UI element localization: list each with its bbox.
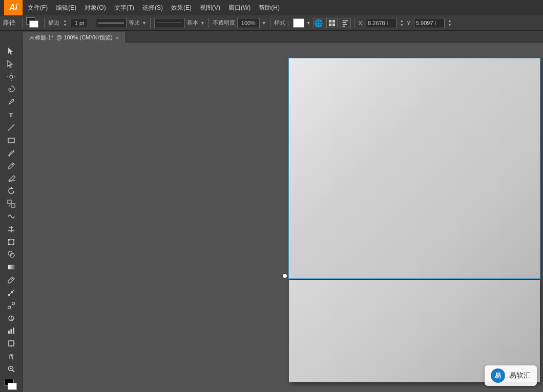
globe-icon-btn[interactable]: 🌐 (313, 18, 324, 28)
svg-rect-23 (8, 200, 11, 204)
svg-rect-48 (8, 331, 10, 334)
tool-pen[interactable] (2, 96, 20, 108)
svg-rect-1 (332, 19, 335, 22)
menu-object[interactable]: 对象(O) (80, 0, 110, 15)
style-label: 样式： (274, 19, 291, 27)
svg-point-43 (12, 302, 14, 304)
fill-stroke-swatches[interactable] (5, 379, 18, 392)
stroke-line-preview[interactable] (96, 18, 127, 28)
svg-marker-8 (8, 48, 13, 55)
svg-line-20 (12, 164, 13, 165)
tool-eraser[interactable] (2, 172, 20, 184)
tool-select[interactable] (2, 45, 20, 57)
tool-symbol[interactable] (2, 312, 20, 324)
ratio-arrow: ▼ (142, 20, 147, 26)
sep6 (270, 18, 270, 28)
sep1 (22, 18, 23, 28)
menu-help[interactable]: 帮助(H) (255, 0, 284, 15)
canvas-area[interactable]: 易 易软汇 (23, 43, 543, 392)
main-area: T (0, 43, 543, 392)
tab-bar: 未标题-1* @ 100% (CMYK/预览) × (0, 31, 543, 43)
tool-rect[interactable] (2, 134, 20, 146)
watermark-icon: 易 (491, 368, 505, 383)
menu-type[interactable]: 文字(T) (110, 0, 138, 15)
svg-rect-30 (8, 239, 10, 241)
tool-lasso[interactable] (2, 83, 20, 96)
svg-rect-18 (8, 138, 14, 143)
tool-direct-select[interactable] (2, 58, 20, 70)
tool-measure[interactable] (2, 287, 20, 299)
tool-type[interactable]: T (2, 108, 20, 121)
menu-view[interactable]: 视图(V) (196, 0, 224, 15)
svg-line-25 (8, 204, 11, 207)
x-spinner[interactable]: ▲ ▼ (399, 18, 405, 28)
x-coord-input[interactable] (366, 18, 396, 28)
sep7 (354, 18, 355, 28)
align-icon-btn[interactable] (340, 18, 351, 28)
svg-point-47 (12, 319, 13, 320)
base-line-preview[interactable] (154, 18, 185, 28)
svg-line-17 (8, 124, 14, 130)
stroke-swatch-group[interactable] (26, 17, 40, 29)
svg-rect-0 (329, 19, 331, 22)
stroke-width-input[interactable] (71, 18, 88, 28)
color-swatches-group (5, 379, 18, 392)
tab-detail: @ 100% (CMYK/预览) (56, 34, 113, 41)
menu-select[interactable]: 选择(S) (138, 0, 167, 15)
control-toolbar: 路径 描边 ▲ ▼ 等比 ▼ 基本 ▼ 不透明度 ▼ 样式： ▼ 🌐 X: ▲ … (0, 15, 543, 31)
watermark-text: 易软汇 (509, 371, 531, 380)
ai-logo: Ai (4, 0, 23, 15)
tool-scale[interactable] (2, 198, 20, 210)
tool-line[interactable] (2, 121, 20, 134)
tool-artboard[interactable] (2, 337, 20, 350)
tool-paintbrush[interactable] (2, 147, 20, 159)
document-tab[interactable]: 未标题-1* @ 100% (CMYK/预览) × (24, 32, 124, 43)
menu-edit[interactable]: 编辑(E) (52, 0, 80, 15)
svg-point-14 (10, 75, 13, 78)
tool-pencil[interactable] (2, 160, 20, 172)
grid-icon-btn[interactable] (326, 18, 338, 28)
svg-rect-32 (8, 244, 10, 245)
anchor-point (282, 273, 287, 278)
stroke-spinner[interactable]: ▲ ▼ (61, 18, 69, 28)
tool-zoom[interactable] (2, 363, 20, 375)
x-label: X: (359, 20, 364, 26)
y-coord-input[interactable] (414, 18, 445, 28)
menu-file[interactable]: 文件(F) (24, 0, 52, 15)
tool-magic-wand[interactable] (2, 71, 20, 83)
menu-window[interactable]: 窗口(W) (224, 0, 255, 15)
svg-text:T: T (9, 111, 13, 119)
y-spinner[interactable]: ▲ ▼ (447, 18, 453, 28)
svg-line-44 (10, 304, 12, 307)
svg-rect-7 (342, 26, 345, 27)
tool-shape-builder[interactable] (2, 249, 20, 261)
style-swatch[interactable] (293, 18, 304, 28)
stroke-color-swatch (8, 383, 17, 390)
tool-width[interactable] (2, 223, 20, 235)
tools-panel: T (0, 43, 23, 392)
tool-eyedropper[interactable] (2, 274, 20, 286)
tool-hand[interactable] (2, 350, 20, 362)
tool-rotate[interactable] (2, 185, 20, 197)
tool-blend[interactable] (2, 299, 20, 312)
y-label: Y: (407, 20, 412, 26)
svg-marker-22 (11, 187, 13, 189)
svg-rect-31 (13, 239, 14, 241)
svg-rect-4 (342, 20, 348, 21)
svg-point-46 (9, 319, 10, 320)
tool-gradient[interactable] (2, 261, 20, 273)
svg-marker-9 (8, 60, 12, 68)
tool-graph[interactable] (2, 325, 20, 337)
tool-warp[interactable] (2, 210, 20, 223)
artboard-1 (289, 58, 540, 278)
opacity-input[interactable] (237, 18, 260, 28)
title-bar: Ai 文件(F) 编辑(E) 对象(O) 文字(T) 选择(S) 效果(E) 视… (0, 0, 543, 15)
svg-point-42 (8, 306, 10, 309)
tab-close-button[interactable]: × (116, 35, 119, 41)
tool-free-transform[interactable] (2, 236, 20, 248)
svg-rect-6 (342, 24, 347, 25)
style-arrow: ▼ (306, 20, 311, 26)
svg-line-37 (11, 278, 13, 280)
opacity-label: 不透明度 (213, 19, 235, 27)
menu-effect[interactable]: 效果(E) (167, 0, 196, 15)
